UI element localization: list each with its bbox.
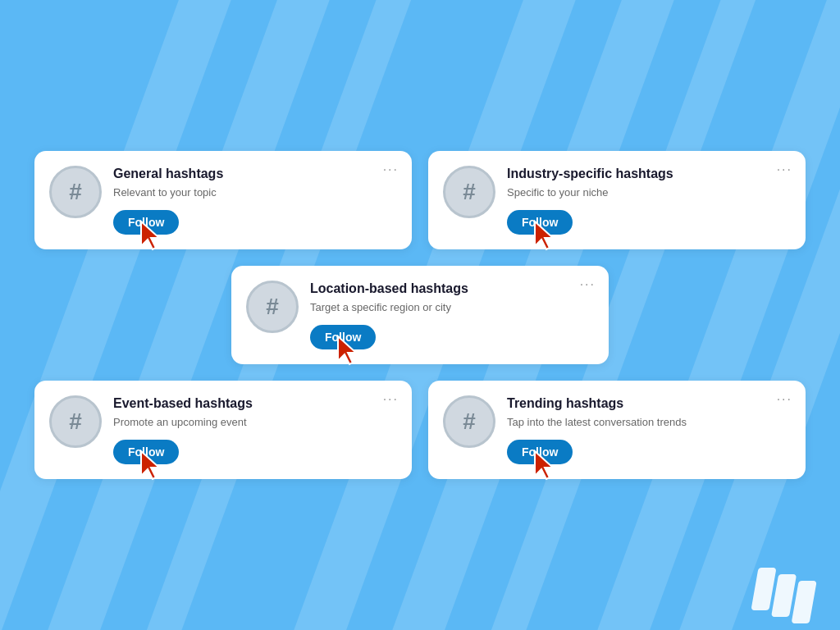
- follow-btn-wrapper-event: Follow: [113, 440, 395, 464]
- follow-btn-wrapper-trending: Follow: [507, 440, 789, 464]
- card-body-location: Location-based hashtags Target a specifi…: [310, 281, 592, 349]
- hashtag-icon-location: #: [246, 281, 299, 333]
- hashtag-icon-industry: #: [443, 166, 495, 218]
- follow-button-trending[interactable]: Follow: [507, 440, 573, 464]
- card-event-hashtags: # Event-based hashtags Promote an upcomi…: [34, 381, 412, 479]
- follow-btn-wrapper-location: Follow: [310, 325, 592, 349]
- card-industry-hashtags: # Industry-specific hashtags Specific to…: [428, 151, 806, 249]
- follow-btn-wrapper-general: Follow: [113, 210, 395, 235]
- follow-button-industry[interactable]: Follow: [507, 210, 573, 235]
- more-options-event[interactable]: ···: [383, 392, 399, 407]
- hashtag-icon-trending: #: [443, 395, 495, 448]
- hashtag-icon-event: #: [49, 395, 102, 448]
- follow-button-general[interactable]: Follow: [113, 210, 179, 235]
- card-body-general: General hashtags Relevant to your topic …: [113, 166, 395, 235]
- card-title-industry: Industry-specific hashtags: [507, 166, 789, 183]
- more-options-general[interactable]: ···: [383, 162, 399, 177]
- card-subtitle-location: Target a specific region or city: [310, 301, 592, 315]
- hashtag-symbol: #: [266, 295, 279, 318]
- row-3: # Event-based hashtags Promote an upcomi…: [33, 381, 807, 479]
- brand-logo: [755, 568, 815, 610]
- row-2: # Location-based hashtags Target a speci…: [33, 266, 807, 364]
- card-title-trending: Trending hashtags: [507, 395, 789, 413]
- more-options-location[interactable]: ···: [580, 277, 596, 292]
- card-location-hashtags: # Location-based hashtags Target a speci…: [231, 266, 609, 364]
- follow-button-location[interactable]: Follow: [310, 325, 376, 349]
- hashtag-symbol: #: [463, 180, 476, 203]
- more-options-trending[interactable]: ···: [777, 392, 792, 407]
- more-options-industry[interactable]: ···: [777, 162, 792, 177]
- card-title-location: Location-based hashtags: [310, 281, 592, 298]
- hashtag-symbol: #: [69, 180, 82, 203]
- card-general-hashtags: # General hashtags Relevant to your topi…: [34, 151, 412, 249]
- follow-button-event[interactable]: Follow: [113, 440, 179, 464]
- card-subtitle-general: Relevant to your topic: [113, 186, 395, 200]
- follow-btn-wrapper-industry: Follow: [507, 210, 789, 235]
- card-subtitle-trending: Tap into the latest conversation trends: [507, 416, 789, 430]
- hashtag-symbol: #: [69, 410, 82, 433]
- main-content: # General hashtags Relevant to your topi…: [0, 0, 840, 630]
- card-body-event: Event-based hashtags Promote an upcoming…: [113, 395, 395, 464]
- row-1: # General hashtags Relevant to your topi…: [33, 151, 807, 249]
- card-body-trending: Trending hashtags Tap into the latest co…: [507, 395, 789, 464]
- card-title-event: Event-based hashtags: [113, 395, 395, 413]
- hashtag-icon-general: #: [49, 166, 102, 218]
- card-title-general: General hashtags: [113, 166, 395, 183]
- card-trending-hashtags: # Trending hashtags Tap into the latest …: [428, 381, 806, 479]
- card-subtitle-industry: Specific to your niche: [507, 186, 789, 200]
- card-body-industry: Industry-specific hashtags Specific to y…: [507, 166, 789, 235]
- card-subtitle-event: Promote an upcoming event: [113, 416, 395, 430]
- hashtag-symbol: #: [463, 410, 476, 433]
